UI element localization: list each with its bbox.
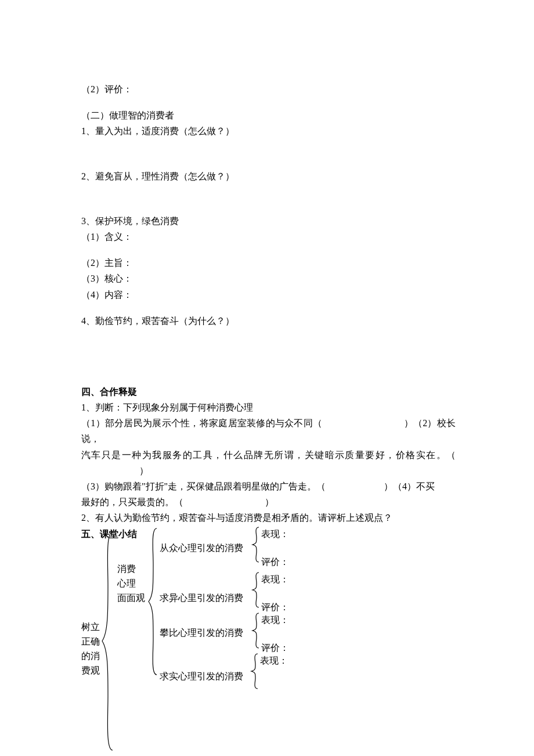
leaf-2-show: 表现： [261, 571, 289, 587]
q2-text: 2、有人认为勤俭节约，艰苦奋斗与适度消费是相矛盾的。请评析上述观点？ [81, 510, 456, 525]
subitem-4: 4、勤俭节约，艰苦奋斗（为什么？） [81, 313, 456, 329]
q1-sub3-row: （3）购物跟着"打折"走，买保健品跟着明星做的广告走。（）（4）不买 [81, 478, 456, 494]
subitem-3: 3、保护环境，绿色消费 [81, 213, 456, 229]
q1-sub2-row: 汽车只是一种为我服务的工具，什么品牌无所谓，关键暗示质量要好，价格实在。（） [81, 447, 456, 478]
branch-line-2: 心理 [117, 575, 136, 591]
q1-1-text: （1）部分居民为展示个性，将家庭居室装修的与众不同（ [81, 418, 322, 428]
subitem-3-2: （2）主旨： [81, 255, 456, 271]
subitem-1: 1、量入为出，适度消费（怎么做？） [81, 123, 456, 139]
brace-leaf-1-icon [251, 526, 260, 563]
section-5-summary: 五、课堂小结 树立 正确 的消 费观 消费 心理 面面观 从众心理引发的消费 求… [81, 526, 456, 756]
section-2-title: （二）做理智的消费者 [81, 107, 456, 123]
subitem-3-4: （4）内容： [81, 287, 456, 303]
subitem-3-1: （1）含义： [81, 229, 456, 244]
root-line-1: 树立 [81, 619, 100, 635]
leaf-4-show: 表现： [260, 653, 288, 668]
brace-root-icon [100, 531, 115, 751]
root-line-2: 正确 [81, 633, 100, 649]
leaf-4: 求实心理引发的消费 [160, 668, 243, 684]
q1-4-lead: ）（4）不买 [384, 481, 435, 491]
q1-sub1-row: （1）部分居民为展示个性，将家庭居室装修的与众不同（）（2）校长说， [81, 415, 456, 447]
q1-line2-text: 汽车只是一种为我服务的工具，什么品牌无所谓，关键暗示质量要好，价格实在。（ [81, 450, 456, 460]
item-2-eval: （2）评价： [81, 81, 456, 97]
q1-line2-end: ） [139, 466, 149, 476]
brace-leaf-3-icon [251, 612, 260, 649]
q1-intro: 1、判断：下列现象分别属于何种消费心理 [81, 399, 456, 415]
leaf-3: 攀比心理引发的消费 [160, 625, 243, 640]
section-4-title: 四、合作释疑 [81, 384, 456, 399]
root-line-3: 的消 [81, 648, 100, 664]
brace-leaf-2-icon [251, 571, 260, 609]
q1-4-end: ） [265, 497, 274, 507]
branch-line-3: 面面观 [117, 590, 145, 606]
subitem-3-3: （3）核心： [81, 271, 456, 286]
leaf-1-eval: 评价： [261, 554, 289, 570]
brace-branch-icon [146, 527, 159, 676]
root-line-4: 费观 [81, 663, 100, 678]
leaf-2: 求异心里引发的消费 [160, 590, 243, 606]
leaf-3-show: 表现： [261, 612, 289, 628]
branch-line-1: 消费 [117, 561, 136, 577]
q1-3-text: （3）购物跟着"打折"走，买保健品跟着明星做的广告走。（ [81, 481, 326, 491]
leaf-1: 从众心理引发的消费 [160, 540, 243, 556]
leaf-1-show: 表现： [261, 526, 289, 542]
subitem-2: 2、避免盲从，理性消费（怎么做？） [81, 168, 456, 184]
brace-leaf-4-icon [250, 653, 259, 690]
q1-sub4-row: 最好的，只买最贵的。（） [81, 494, 456, 510]
q1-4-text: 最好的，只买最贵的。（ [81, 497, 183, 507]
